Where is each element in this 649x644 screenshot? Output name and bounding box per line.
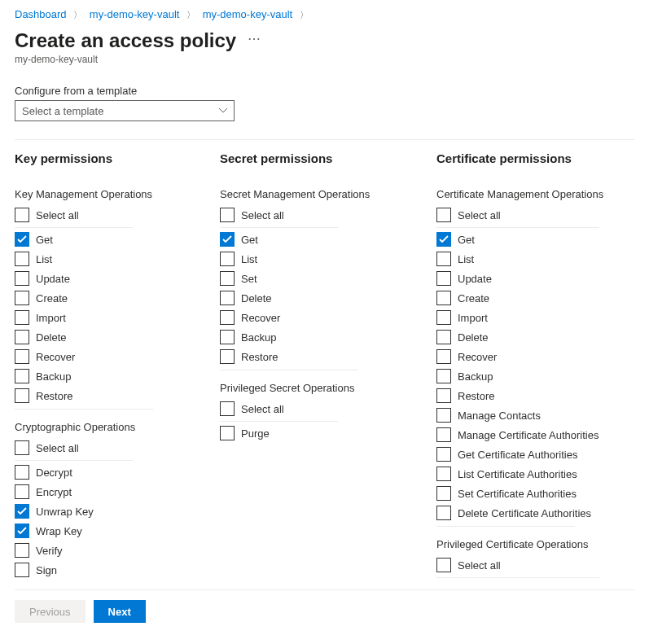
checkbox-label: Recover <box>241 312 280 324</box>
checkbox[interactable] <box>436 506 451 520</box>
checkbox-row[interactable]: Recover <box>15 347 220 366</box>
checkbox[interactable] <box>15 388 29 403</box>
checkbox[interactable] <box>220 232 235 247</box>
checkbox[interactable] <box>15 330 29 344</box>
checkbox-row[interactable]: Delete <box>436 327 634 347</box>
checkbox-row[interactable]: Get <box>436 230 634 249</box>
checkbox-row[interactable]: Backup <box>220 327 436 347</box>
checkbox[interactable] <box>15 484 29 499</box>
checkbox-row[interactable]: Set Certificate Authorities <box>436 484 634 503</box>
checkbox-row[interactable]: List <box>220 249 436 269</box>
checkbox[interactable] <box>436 349 451 364</box>
checkbox[interactable] <box>15 271 29 286</box>
checkbox[interactable] <box>436 369 451 383</box>
checkbox[interactable] <box>436 486 451 501</box>
checkbox[interactable] <box>220 208 235 222</box>
breadcrumb-link[interactable]: my-demo-key-vault <box>90 8 180 20</box>
checkbox-row[interactable]: Wrap Key <box>15 521 220 541</box>
previous-button[interactable]: Previous <box>15 600 86 623</box>
template-dropdown[interactable]: Select a template <box>15 100 235 121</box>
select-all-checkbox[interactable]: Select all <box>15 438 133 461</box>
checkbox-row[interactable]: Restore <box>15 386 220 405</box>
checkbox-row[interactable]: Get Certificate Authorities <box>436 445 634 464</box>
checkbox-row[interactable]: Delete <box>15 327 220 347</box>
checkbox-row[interactable]: Recover <box>436 347 634 366</box>
checkbox-row[interactable]: Decrypt <box>15 462 220 482</box>
checkbox-row[interactable]: Set <box>220 269 436 288</box>
select-all-checkbox[interactable]: Select all <box>15 205 133 228</box>
breadcrumb-link[interactable]: my-demo-key-vault <box>203 8 293 20</box>
checkbox[interactable] <box>220 310 235 325</box>
more-actions-button[interactable]: ⋯ <box>248 31 261 51</box>
checkbox-row[interactable]: Sign <box>15 560 220 580</box>
checkbox[interactable] <box>436 427 451 442</box>
select-all-checkbox[interactable]: Select all <box>436 205 599 228</box>
checkbox[interactable] <box>436 558 451 572</box>
checkbox-label: Update <box>458 273 492 285</box>
checkbox[interactable] <box>15 369 29 383</box>
select-all-checkbox[interactable]: Select all <box>220 399 338 422</box>
checkbox-row[interactable]: Purge <box>220 423 436 443</box>
checkbox-row[interactable]: Backup <box>15 366 220 386</box>
checkbox[interactable] <box>220 349 235 364</box>
next-button[interactable]: Next <box>94 600 146 623</box>
checkbox[interactable] <box>220 401 235 416</box>
checkbox-row[interactable]: Delete <box>220 288 436 308</box>
checkbox[interactable] <box>15 208 29 222</box>
checkbox[interactable] <box>220 330 235 344</box>
breadcrumb-link[interactable]: Dashboard <box>15 8 67 20</box>
checkbox-label: Backup <box>36 370 71 383</box>
checkbox[interactable] <box>15 291 29 305</box>
checkbox-row[interactable]: Restore <box>436 386 634 405</box>
checkbox-row[interactable]: Update <box>436 269 634 288</box>
checkbox[interactable] <box>15 543 29 558</box>
checkbox[interactable] <box>220 271 235 286</box>
checkbox-row[interactable]: List Certificate Authorities <box>436 464 634 484</box>
checkbox-row[interactable]: Manage Contacts <box>436 405 634 425</box>
checkbox-row[interactable]: Import <box>436 308 634 327</box>
checkbox[interactable] <box>436 408 451 423</box>
checkbox-row[interactable]: Get <box>15 230 220 249</box>
select-all-checkbox[interactable]: Select all <box>436 555 599 578</box>
checkbox-row[interactable]: Backup <box>436 366 634 386</box>
checkbox[interactable] <box>15 524 29 538</box>
checkbox[interactable] <box>436 388 451 403</box>
checkbox[interactable] <box>15 563 29 577</box>
checkbox-row[interactable]: Verify <box>15 541 220 560</box>
checkbox[interactable] <box>15 349 29 364</box>
checkbox[interactable] <box>436 310 451 325</box>
checkbox-row[interactable]: Update <box>15 269 220 288</box>
checkbox[interactable] <box>220 291 235 305</box>
checkbox[interactable] <box>436 291 451 305</box>
checkbox[interactable] <box>436 330 451 344</box>
checkbox[interactable] <box>15 465 29 480</box>
checkbox[interactable] <box>15 504 29 519</box>
checkbox-row[interactable]: List <box>436 249 634 269</box>
checkbox[interactable] <box>436 447 451 462</box>
checkbox-row[interactable]: Manage Certificate Authorities <box>436 425 634 445</box>
checkbox[interactable] <box>436 271 451 286</box>
checkbox[interactable] <box>220 252 235 266</box>
checkbox-row[interactable]: Import <box>15 308 220 327</box>
checkbox[interactable] <box>220 426 235 440</box>
checkbox-row[interactable]: Create <box>15 288 220 308</box>
checkbox-row[interactable]: Restore <box>220 347 436 366</box>
select-all-checkbox[interactable]: Select all <box>220 205 338 228</box>
checkbox[interactable] <box>436 208 451 222</box>
checkbox[interactable] <box>436 252 451 266</box>
checkbox[interactable] <box>436 467 451 481</box>
checkbox[interactable] <box>436 232 451 247</box>
checkbox-row[interactable]: Delete Certificate Authorities <box>436 503 634 523</box>
checkbox[interactable] <box>15 440 29 455</box>
checkbox-row[interactable]: Encrypt <box>15 482 220 502</box>
checkbox-row[interactable]: Create <box>436 288 634 308</box>
checkbox-row[interactable]: Unwrap Key <box>15 502 220 521</box>
checkbox-row[interactable]: Recover <box>220 308 436 327</box>
checkbox[interactable] <box>15 232 29 247</box>
checkbox-row[interactable]: Get <box>220 230 436 249</box>
checkbox[interactable] <box>15 310 29 325</box>
checkbox-row[interactable]: List <box>15 249 220 269</box>
checkbox[interactable] <box>15 252 29 266</box>
checkbox-label: Delete Certificate Authorities <box>458 507 591 519</box>
group-heading: Secret Management Operations <box>220 188 436 200</box>
